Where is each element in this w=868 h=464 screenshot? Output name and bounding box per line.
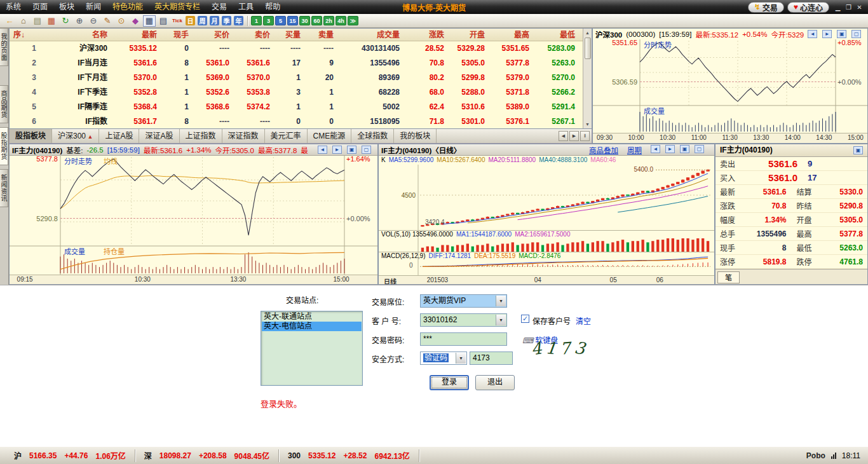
chevron-down-icon[interactable]: ▼ bbox=[496, 315, 506, 325]
period-3-button[interactable]: 3 bbox=[263, 16, 274, 25]
quote-row-IF指数[interactable]: 6IF指数5361.78--------00151809571.85301.05… bbox=[10, 114, 583, 128]
report-icon[interactable]: ▦ bbox=[45, 15, 58, 27]
period-link[interactable]: 周期 bbox=[627, 145, 642, 155]
column-header-seq[interactable]: 序↓ bbox=[10, 29, 43, 41]
pop-out-icon[interactable]: ▣ bbox=[853, 146, 863, 154]
chevron-down-icon[interactable]: ▼ bbox=[456, 353, 466, 364]
alert-icon[interactable]: ⊙ bbox=[115, 15, 128, 27]
captcha-input[interactable]: 4173 bbox=[470, 351, 513, 365]
period-15-button[interactable]: 15 bbox=[287, 16, 298, 25]
board-tab-深证A股[interactable]: 深证A股 bbox=[139, 129, 179, 143]
period-5-button[interactable]: 5 bbox=[275, 16, 286, 25]
clear-link[interactable]: 清空 bbox=[576, 315, 591, 326]
column-header-askv[interactable]: 卖量 bbox=[307, 29, 340, 41]
quote-table-scrollbar[interactable]: ▲ ▼ bbox=[583, 29, 592, 128]
security-combo[interactable]: 验证码 ▼ bbox=[420, 351, 467, 365]
scroll-right-icon[interactable]: ► bbox=[665, 145, 675, 153]
save-account-checkbox[interactable]: ✓ bbox=[521, 315, 529, 323]
column-header-high[interactable]: 最高 bbox=[491, 29, 536, 41]
heart-link-button[interactable]: ♥ 心连心 bbox=[787, 2, 829, 13]
column-header-name[interactable]: 名称 bbox=[43, 29, 114, 41]
home-icon[interactable]: ⌂ bbox=[17, 15, 30, 27]
period-60-button[interactable]: 60 bbox=[311, 16, 322, 25]
period-4h-button[interactable]: 4h bbox=[336, 16, 346, 25]
scroll-right-icon[interactable]: ► bbox=[822, 30, 832, 38]
pop-out-icon[interactable]: ▣ bbox=[347, 146, 356, 154]
trade-quick-button[interactable]: ↯ 交易 bbox=[748, 2, 784, 13]
scroll-left-icon[interactable]: ◄ bbox=[318, 146, 327, 154]
day-period-icon[interactable]: 日 bbox=[186, 16, 195, 25]
site-listbox[interactable]: 英大-联通站点英大-电信站点 bbox=[261, 311, 363, 386]
period-2h-button[interactable]: 2h bbox=[323, 16, 334, 25]
password-field[interactable]: *** bbox=[420, 332, 507, 346]
quote-row-IF下季连[interactable]: 4IF下季连5352.815352.65353.8316822868.05288… bbox=[10, 85, 583, 100]
quote-row-IF下月连[interactable]: 3IF下月连5370.015369.05370.01208936980.2529… bbox=[10, 71, 583, 85]
column-header-last[interactable]: 最新 bbox=[114, 29, 163, 41]
tick-tab[interactable]: 笔 bbox=[717, 271, 740, 283]
scroll-left-icon[interactable]: ◄ bbox=[808, 30, 817, 38]
edit-icon[interactable]: ✎ bbox=[101, 15, 114, 27]
quote-row-IF隔季连[interactable]: 5IF隔季连5368.415368.65374.211500262.45310.… bbox=[10, 100, 583, 114]
chevron-down-icon[interactable]: ▼ bbox=[496, 296, 506, 306]
palette-icon[interactable]: ◆ bbox=[129, 15, 142, 27]
maximize-icon[interactable]: ▢ bbox=[851, 30, 861, 38]
quote-row-沪深300[interactable]: 1沪深3005335.120----------------4301314052… bbox=[10, 41, 583, 56]
column-header-bid[interactable]: 买价 bbox=[195, 29, 236, 41]
intraday-view-icon[interactable]: ▤ bbox=[157, 15, 170, 27]
side-tab-商品期货[interactable]: 商品期货 bbox=[0, 85, 8, 123]
side-tab-我的页面[interactable]: 我的页面 bbox=[0, 28, 8, 66]
menu-item-页面[interactable]: 页面 bbox=[27, 0, 53, 14]
pop-out-icon[interactable]: ▣ bbox=[837, 30, 846, 38]
close-button[interactable]: ✕ bbox=[854, 4, 865, 11]
tab-scroll-right-icon[interactable]: ▶ bbox=[569, 131, 579, 141]
menu-item-交易[interactable]: 交易 bbox=[206, 0, 233, 14]
scrollbar-thumb[interactable] bbox=[585, 38, 591, 59]
maximize-icon[interactable]: ▢ bbox=[362, 146, 371, 154]
menu-item-系统[interactable]: 系统 bbox=[0, 0, 27, 14]
scroll-up-icon[interactable]: ▲ bbox=[585, 29, 590, 37]
site-option-英大-联通站点[interactable]: 英大-联通站点 bbox=[262, 312, 362, 322]
column-header-open[interactable]: 开盘 bbox=[451, 29, 491, 41]
zoom-out-icon[interactable]: ⊖ bbox=[87, 15, 100, 27]
side-tab-股指期货[interactable]: 股指期货 bbox=[0, 127, 8, 165]
minimize-button[interactable]: ▁ bbox=[832, 4, 843, 11]
scroll-right-icon[interactable]: ► bbox=[332, 146, 342, 154]
zoom-in-icon[interactable]: ⊕ bbox=[73, 15, 86, 27]
menu-item-板块[interactable]: 板块 bbox=[53, 0, 80, 14]
period-≫-button[interactable]: ≫ bbox=[348, 16, 358, 25]
period-1-button[interactable]: 1 bbox=[251, 16, 262, 25]
week-period-icon[interactable]: 周 bbox=[198, 16, 207, 25]
maximize-icon[interactable]: ▢ bbox=[695, 145, 704, 153]
menu-item-英大期货专栏[interactable]: 英大期货专栏 bbox=[149, 0, 206, 14]
refresh-icon[interactable]: ↻ bbox=[59, 15, 72, 27]
login-button[interactable]: 登录 bbox=[430, 375, 469, 390]
board-tab-上证指数[interactable]: 上证指数 bbox=[180, 129, 222, 143]
board-tab-美元汇率[interactable]: 美元汇率 bbox=[265, 129, 308, 143]
month-period-icon[interactable]: 月 bbox=[210, 16, 219, 25]
board-tab-深证指数[interactable]: 深证指数 bbox=[222, 129, 265, 143]
back-icon[interactable]: ← bbox=[3, 15, 16, 27]
quote-board-icon[interactable]: ▦ bbox=[143, 15, 156, 27]
page-icon[interactable]: ▤ bbox=[31, 15, 44, 27]
menu-item-特色功能[interactable]: 特色功能 bbox=[107, 0, 149, 14]
menu-item-工具[interactable]: 工具 bbox=[233, 0, 259, 14]
account-combo[interactable]: 33010162 ▼ bbox=[420, 313, 507, 327]
scroll-left-icon[interactable]: ◄ bbox=[651, 145, 660, 153]
pop-out-icon[interactable]: ▣ bbox=[680, 145, 689, 153]
board-tab-全球指数[interactable]: 全球指数 bbox=[351, 129, 394, 143]
scroll-down-icon[interactable]: ▼ bbox=[585, 120, 590, 128]
tab-scroll-left-icon[interactable]: ◀ bbox=[559, 131, 568, 141]
board-tab-CME能源[interactable]: CME能源 bbox=[308, 129, 352, 143]
menu-item-新闻[interactable]: 新闻 bbox=[80, 0, 107, 14]
board-tab-沪深300[interactable]: 沪深300 ▲ bbox=[52, 129, 99, 143]
tab-grip-icon[interactable]: ⦀ bbox=[580, 131, 590, 141]
tick-view-icon[interactable]: Tick bbox=[171, 15, 184, 27]
year-period-icon[interactable]: 年 bbox=[234, 16, 243, 25]
restore-button[interactable]: ❐ bbox=[843, 4, 854, 11]
side-tab-新闻资讯[interactable]: 新闻资讯 bbox=[0, 169, 8, 207]
period-30-button[interactable]: 30 bbox=[299, 16, 310, 25]
seat-combo[interactable]: 英大期货VIP ▼ bbox=[420, 294, 507, 308]
column-header-bidv[interactable]: 买量 bbox=[276, 29, 307, 41]
menu-item-帮助[interactable]: 帮助 bbox=[259, 0, 286, 14]
column-header-hand[interactable]: 现手 bbox=[163, 29, 195, 41]
